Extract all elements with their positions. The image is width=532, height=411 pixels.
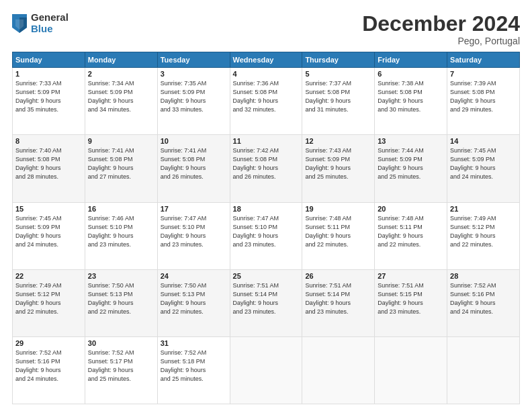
day-number: 30	[88, 339, 154, 347]
day-number: 17	[161, 205, 227, 213]
day-info: Sunrise: 7:47 AMSunset: 5:10 PMDaylight:…	[161, 214, 227, 249]
day-info: Sunrise: 7:52 AMSunset: 5:16 PMDaylight:…	[15, 349, 82, 383]
day-number: 8	[15, 137, 82, 145]
day-info: Sunrise: 7:37 AMSunset: 5:08 PMDaylight:…	[305, 79, 371, 114]
table-row: 18Sunrise: 7:47 AMSunset: 5:10 PMDayligh…	[230, 202, 302, 269]
table-row: 12Sunrise: 7:43 AMSunset: 5:09 PMDayligh…	[302, 135, 375, 202]
day-number: 22	[15, 272, 82, 280]
day-info: Sunrise: 7:45 AMSunset: 5:09 PMDaylight:…	[15, 214, 82, 249]
table-row: 14Sunrise: 7:45 AMSunset: 5:09 PMDayligh…	[447, 135, 520, 202]
table-row: 8Sunrise: 7:40 AMSunset: 5:08 PMDaylight…	[13, 135, 85, 202]
day-info: Sunrise: 7:50 AMSunset: 5:13 PMDaylight:…	[88, 281, 154, 316]
table-row: 1Sunrise: 7:33 AMSunset: 5:09 PMDaylight…	[13, 68, 85, 135]
day-info: Sunrise: 7:47 AMSunset: 5:10 PMDaylight:…	[233, 214, 300, 249]
table-row	[375, 336, 447, 404]
table-row: 3Sunrise: 7:35 AMSunset: 5:09 PMDaylight…	[157, 68, 230, 135]
table-row: 23Sunrise: 7:50 AMSunset: 5:13 PMDayligh…	[85, 269, 157, 336]
logo: General Blue	[12, 12, 69, 34]
table-row: 11Sunrise: 7:42 AMSunset: 5:08 PMDayligh…	[230, 135, 302, 202]
day-number: 6	[378, 70, 444, 78]
table-row	[230, 336, 302, 404]
day-number: 24	[161, 272, 227, 280]
day-number: 4	[233, 70, 300, 78]
day-number: 21	[450, 205, 517, 213]
table-row: 4Sunrise: 7:36 AMSunset: 5:08 PMDaylight…	[230, 68, 302, 135]
col-sunday: Sunday	[13, 52, 85, 68]
day-number: 14	[450, 137, 517, 145]
calendar-week-row: 22Sunrise: 7:49 AMSunset: 5:12 PMDayligh…	[13, 269, 520, 336]
day-number: 5	[305, 70, 371, 78]
table-row: 28Sunrise: 7:52 AMSunset: 5:16 PMDayligh…	[447, 269, 520, 336]
day-info: Sunrise: 7:49 AMSunset: 5:12 PMDaylight:…	[450, 214, 517, 249]
calendar-week-row: 1Sunrise: 7:33 AMSunset: 5:09 PMDaylight…	[13, 68, 520, 135]
day-number: 20	[378, 205, 444, 213]
logo-blue-text: Blue	[31, 24, 69, 35]
table-row: 17Sunrise: 7:47 AMSunset: 5:10 PMDayligh…	[157, 202, 230, 269]
table-row: 31Sunrise: 7:52 AMSunset: 5:18 PMDayligh…	[157, 336, 230, 404]
day-number: 23	[88, 272, 154, 280]
day-number: 18	[233, 205, 300, 213]
day-number: 25	[233, 272, 300, 280]
day-info: Sunrise: 7:52 AMSunset: 5:16 PMDaylight:…	[450, 281, 517, 316]
calendar-week-row: 15Sunrise: 7:45 AMSunset: 5:09 PMDayligh…	[13, 202, 520, 269]
table-row: 9Sunrise: 7:41 AMSunset: 5:08 PMDaylight…	[85, 135, 157, 202]
day-info: Sunrise: 7:49 AMSunset: 5:12 PMDaylight:…	[15, 281, 82, 316]
table-row: 2Sunrise: 7:34 AMSunset: 5:09 PMDaylight…	[85, 68, 157, 135]
day-info: Sunrise: 7:35 AMSunset: 5:09 PMDaylight:…	[161, 79, 227, 114]
day-info: Sunrise: 7:39 AMSunset: 5:08 PMDaylight:…	[450, 79, 517, 114]
day-number: 1	[15, 70, 82, 78]
table-row: 7Sunrise: 7:39 AMSunset: 5:08 PMDaylight…	[447, 68, 520, 135]
day-info: Sunrise: 7:38 AMSunset: 5:08 PMDaylight:…	[378, 79, 444, 114]
day-info: Sunrise: 7:51 AMSunset: 5:15 PMDaylight:…	[378, 281, 444, 316]
day-info: Sunrise: 7:33 AMSunset: 5:09 PMDaylight:…	[15, 79, 82, 114]
day-number: 9	[88, 137, 154, 145]
day-number: 3	[161, 70, 227, 78]
day-number: 28	[450, 272, 517, 280]
table-row: 26Sunrise: 7:51 AMSunset: 5:14 PMDayligh…	[302, 269, 375, 336]
day-info: Sunrise: 7:41 AMSunset: 5:08 PMDaylight:…	[161, 146, 227, 181]
table-row: 5Sunrise: 7:37 AMSunset: 5:08 PMDaylight…	[302, 68, 375, 135]
table-row: 22Sunrise: 7:49 AMSunset: 5:12 PMDayligh…	[13, 269, 85, 336]
day-info: Sunrise: 7:36 AMSunset: 5:08 PMDaylight:…	[233, 79, 300, 114]
day-number: 27	[378, 272, 444, 280]
day-info: Sunrise: 7:42 AMSunset: 5:08 PMDaylight:…	[233, 146, 300, 181]
month-title: December 2024	[362, 12, 520, 36]
day-info: Sunrise: 7:51 AMSunset: 5:14 PMDaylight:…	[233, 281, 300, 316]
day-number: 26	[305, 272, 371, 280]
day-number: 11	[233, 137, 300, 145]
table-row: 13Sunrise: 7:44 AMSunset: 5:09 PMDayligh…	[375, 135, 447, 202]
day-info: Sunrise: 7:50 AMSunset: 5:13 PMDaylight:…	[161, 281, 227, 316]
day-number: 19	[305, 205, 371, 213]
day-number: 2	[88, 70, 154, 78]
day-info: Sunrise: 7:52 AMSunset: 5:17 PMDaylight:…	[88, 349, 154, 383]
table-row	[302, 336, 375, 404]
col-saturday: Saturday	[447, 52, 520, 68]
day-number: 31	[161, 339, 227, 347]
day-number: 7	[450, 70, 517, 78]
calendar-header-row: Sunday Monday Tuesday Wednesday Thursday…	[13, 52, 520, 68]
col-friday: Friday	[375, 52, 447, 68]
calendar-week-row: 29Sunrise: 7:52 AMSunset: 5:16 PMDayligh…	[13, 336, 520, 404]
day-number: 16	[88, 205, 154, 213]
day-info: Sunrise: 7:34 AMSunset: 5:09 PMDaylight:…	[88, 79, 154, 114]
table-row: 6Sunrise: 7:38 AMSunset: 5:08 PMDaylight…	[375, 68, 447, 135]
table-row: 25Sunrise: 7:51 AMSunset: 5:14 PMDayligh…	[230, 269, 302, 336]
calendar-week-row: 8Sunrise: 7:40 AMSunset: 5:08 PMDaylight…	[13, 135, 520, 202]
col-tuesday: Tuesday	[157, 52, 230, 68]
day-info: Sunrise: 7:48 AMSunset: 5:11 PMDaylight:…	[305, 214, 371, 249]
day-info: Sunrise: 7:40 AMSunset: 5:08 PMDaylight:…	[15, 146, 82, 181]
day-number: 29	[15, 339, 82, 347]
title-block: December 2024 Pego, Portugal	[362, 12, 520, 46]
day-number: 10	[161, 137, 227, 145]
col-thursday: Thursday	[302, 52, 375, 68]
day-info: Sunrise: 7:44 AMSunset: 5:09 PMDaylight:…	[378, 146, 444, 181]
table-row: 20Sunrise: 7:48 AMSunset: 5:11 PMDayligh…	[375, 202, 447, 269]
day-info: Sunrise: 7:51 AMSunset: 5:14 PMDaylight:…	[305, 281, 371, 316]
table-row: 21Sunrise: 7:49 AMSunset: 5:12 PMDayligh…	[447, 202, 520, 269]
table-row: 10Sunrise: 7:41 AMSunset: 5:08 PMDayligh…	[157, 135, 230, 202]
day-info: Sunrise: 7:43 AMSunset: 5:09 PMDaylight:…	[305, 146, 371, 181]
day-info: Sunrise: 7:45 AMSunset: 5:09 PMDaylight:…	[450, 146, 517, 181]
col-monday: Monday	[85, 52, 157, 68]
logo-general-text: General	[31, 12, 69, 24]
day-info: Sunrise: 7:41 AMSunset: 5:08 PMDaylight:…	[88, 146, 154, 181]
